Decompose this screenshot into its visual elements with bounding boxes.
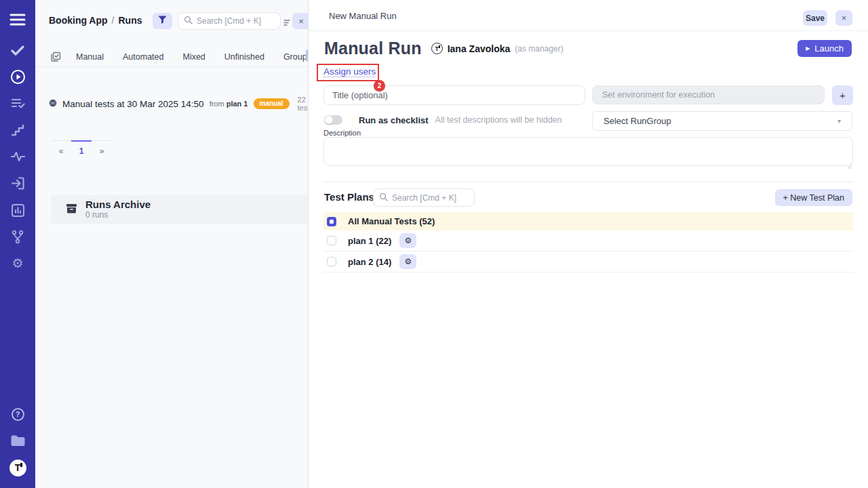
- checklist-tab-icon[interactable]: [50, 52, 61, 62]
- save-button[interactable]: Save: [803, 10, 827, 26]
- checkbox-unchecked[interactable]: [327, 236, 336, 245]
- panel-close-button[interactable]: ×: [292, 13, 309, 29]
- filter-button[interactable]: [153, 13, 172, 29]
- new-run-header: New Manual Run Save ×: [309, 0, 868, 31]
- checklist-label: Run as checklist: [359, 115, 429, 125]
- test-plans-title: Test Plans: [324, 191, 374, 203]
- breadcrumb-separator: /: [112, 15, 115, 26]
- sort-lines-icon[interactable]: [283, 17, 291, 29]
- owner-role: (as manager): [515, 44, 563, 54]
- runs-search-input[interactable]: [197, 16, 275, 26]
- help-icon[interactable]: ?: [0, 407, 35, 421]
- plan-settings-button[interactable]: ⚙: [399, 254, 416, 269]
- rungroup-value: Select RunGroup: [604, 116, 671, 126]
- pagination: « 1 »: [51, 140, 113, 161]
- pagination-next-button[interactable]: »: [92, 140, 112, 161]
- run-tests-count: 22 tests: [298, 96, 309, 112]
- annotation-step-badge: 2: [374, 80, 385, 92]
- test-plan-label: plan 1 (22): [348, 236, 391, 246]
- close-panel-button[interactable]: ×: [835, 10, 852, 26]
- run-title: Manual tests at 30 Mar 2025 14:50: [62, 99, 204, 109]
- runs-topbar: Booking App / Runs ×: [35, 0, 308, 42]
- archive-title: Runs Archive: [85, 199, 151, 211]
- assign-users-link[interactable]: Assign users: [323, 66, 376, 77]
- chevron-down-icon: ▾: [837, 117, 841, 125]
- app-sidebar: ⚙ ? T: [0, 0, 35, 488]
- tests-check-icon[interactable]: [0, 43, 35, 57]
- steps-icon[interactable]: [0, 123, 35, 137]
- checkbox-checked[interactable]: [327, 217, 336, 226]
- search-icon: [379, 192, 388, 204]
- new-run-panel: New Manual Run Save × Manual Run T Iana …: [309, 0, 868, 488]
- description-label: Description: [323, 129, 361, 137]
- gear-icon: ⚙: [404, 236, 412, 245]
- test-plans-search[interactable]: [373, 188, 475, 207]
- test-plans-search-input[interactable]: [392, 193, 469, 203]
- toggle-knob: [325, 116, 333, 124]
- test-plan-row-plan-1[interactable]: plan 1 (22) ⚙: [323, 230, 853, 251]
- launch-play-icon: ▶: [806, 46, 810, 52]
- test-plan-label: All Manual Tests (52): [348, 216, 435, 226]
- environment-input[interactable]: [592, 85, 825, 104]
- run-type-badge: manual: [254, 98, 290, 109]
- run-owner: T Iana Zavoloka (as manager): [431, 43, 564, 54]
- funnel-icon: [158, 16, 167, 26]
- test-plan-row-all-manual[interactable]: All Manual Tests (52): [323, 212, 853, 230]
- owner-name: Iana Zavoloka: [448, 43, 511, 54]
- owner-avatar: T: [431, 43, 443, 54]
- test-plan-list: All Manual Tests (52) plan 1 (22) ⚙ plan…: [323, 212, 853, 272]
- suites-list-check-icon[interactable]: [0, 97, 35, 110]
- analytics-bar-chart-icon[interactable]: [0, 203, 35, 218]
- activity-pulse-icon[interactable]: [0, 150, 35, 163]
- runs-play-circle-icon[interactable]: [0, 68, 35, 85]
- breadcrumb-current: Runs: [118, 15, 142, 26]
- gear-icon: ⚙: [404, 257, 412, 266]
- close-icon: ×: [298, 16, 304, 26]
- section-divider: [323, 182, 853, 182]
- branches-icon[interactable]: [0, 229, 35, 244]
- description-textarea[interactable]: [323, 137, 853, 166]
- search-icon: [184, 15, 193, 27]
- breadcrumb-project[interactable]: Booking App: [49, 15, 108, 26]
- tab-groups[interactable]: Groups: [283, 52, 309, 62]
- settings-gear-icon[interactable]: ⚙: [0, 256, 35, 270]
- tab-automated[interactable]: Automated: [123, 52, 163, 62]
- projects-folder-icon[interactable]: [0, 433, 35, 448]
- run-list-item[interactable]: Manual tests at 30 Mar 2025 14:50 from p…: [49, 95, 303, 113]
- run-globe-icon: [49, 98, 57, 110]
- launch-button[interactable]: ▶ Launch: [797, 40, 852, 57]
- runs-list-panel: Booking App / Runs × Manual Automated Mi…: [35, 0, 309, 488]
- runs-tabs: Manual Automated Mixed Unfinished Groups: [35, 47, 308, 67]
- new-test-plan-button[interactable]: + New Test Plan: [775, 189, 852, 206]
- test-plan-label: plan 2 (14): [348, 257, 391, 267]
- run-title-row: Manual Run T Iana Zavoloka (as manager): [324, 39, 564, 58]
- run-title-input[interactable]: [323, 85, 585, 105]
- tab-unfinished[interactable]: Unfinished: [224, 52, 264, 62]
- run-as-checklist-toggle[interactable]: [324, 115, 342, 125]
- archive-runs-count: 0 runs: [85, 210, 151, 220]
- app-logo[interactable]: T: [0, 459, 35, 476]
- new-run-header-title: New Manual Run: [329, 11, 397, 21]
- checklist-hint: All test descriptions will be hidden: [435, 115, 562, 125]
- close-icon: ×: [842, 13, 847, 23]
- checklist-row: Run as checklist All test descriptions w…: [324, 113, 562, 127]
- tab-manual[interactable]: Manual: [76, 52, 104, 62]
- archive-box-icon: [66, 203, 77, 217]
- page-title: Manual Run: [324, 39, 422, 58]
- run-from: from plan 1: [210, 100, 248, 108]
- checkbox-unchecked[interactable]: [327, 257, 336, 266]
- runs-search[interactable]: [178, 12, 281, 30]
- run-plan-name: plan 1: [226, 100, 248, 108]
- tab-mixed[interactable]: Mixed: [182, 52, 205, 62]
- import-icon[interactable]: [0, 176, 35, 190]
- test-plan-row-plan-2[interactable]: plan 2 (14) ⚙: [323, 251, 853, 272]
- pagination-prev-button[interactable]: «: [51, 140, 71, 161]
- plan-settings-button[interactable]: ⚙: [399, 233, 416, 248]
- rungroup-select[interactable]: Select RunGroup ▾: [592, 111, 852, 131]
- runs-archive-item[interactable]: Runs Archive 0 runs: [51, 195, 309, 224]
- pagination-page-1[interactable]: 1: [71, 140, 92, 161]
- add-environment-button[interactable]: +: [832, 85, 853, 105]
- breadcrumb: Booking App / Runs: [49, 15, 142, 26]
- hamburger-menu-icon[interactable]: [0, 12, 35, 28]
